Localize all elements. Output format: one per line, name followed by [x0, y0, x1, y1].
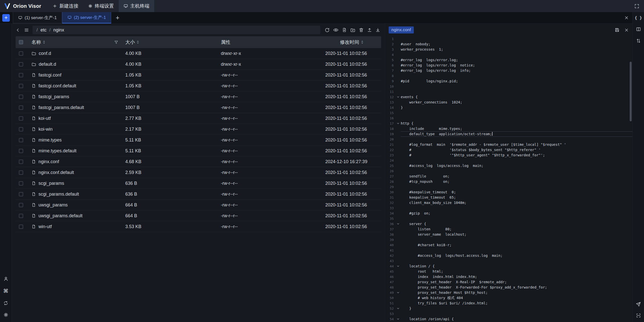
- app-logo[interactable]: Orion Visor: [4, 3, 41, 9]
- code-text[interactable]: default_type application/octet-stream;: [401, 131, 632, 137]
- row-checkbox[interactable]: [19, 170, 23, 175]
- row-checkbox[interactable]: [19, 116, 23, 121]
- file-name[interactable]: scgi_params.default: [38, 192, 79, 197]
- menu-item-terminal-settings[interactable]: 终端设置: [83, 0, 119, 12]
- row-checkbox[interactable]: [19, 214, 23, 218]
- breadcrumb-segment[interactable]: nginx: [53, 27, 64, 33]
- file-name[interactable]: koi-utf: [38, 116, 51, 121]
- back-button[interactable]: [15, 27, 21, 33]
- file-list-button[interactable]: [24, 27, 29, 33]
- code-text[interactable]: [401, 258, 632, 264]
- add-tab-button[interactable]: +: [116, 14, 119, 21]
- file-name[interactable]: nginx.conf: [38, 159, 59, 164]
- code-text[interactable]: proxy_set_header Host $http_host;: [401, 290, 632, 295]
- code-text[interactable]: [401, 248, 632, 253]
- code-text[interactable]: index index.html index.htm;: [401, 274, 632, 279]
- code-text[interactable]: }: [401, 105, 632, 110]
- terminal-tab[interactable]: (2) server-生产-1: [62, 12, 111, 23]
- fold-icon[interactable]: [395, 121, 401, 126]
- sort-control[interactable]: [43, 41, 45, 44]
- file-name[interactable]: scgi_params: [38, 181, 64, 186]
- new-terminal-button[interactable]: +: [2, 14, 10, 22]
- download-button[interactable]: [375, 27, 380, 32]
- filter-button[interactable]: [114, 40, 118, 45]
- row-checkbox[interactable]: [19, 95, 23, 99]
- sync-button[interactable]: [3, 301, 8, 306]
- select-all-checkbox[interactable]: [19, 40, 23, 44]
- code-text[interactable]: # '$status $body_bytes_sent "$http_refer…: [401, 147, 632, 153]
- code-text[interactable]: #error_log logs/error.log;: [401, 57, 632, 63]
- table-row[interactable]: uwsgi_params.default 664 B -rw-r--r-- 20…: [16, 210, 381, 221]
- sort-control[interactable]: [361, 41, 363, 44]
- code-text[interactable]: #gzip on;: [401, 211, 632, 216]
- table-row[interactable]: nginx.conf.default 2.59 KB -rw-r--r-- 20…: [16, 167, 381, 178]
- code-text[interactable]: server {: [401, 221, 632, 227]
- close-editor-button[interactable]: [624, 28, 629, 32]
- code-text[interactable]: #charset koi8-r;: [401, 242, 632, 248]
- code-text[interactable]: http {: [401, 121, 632, 126]
- refresh-button[interactable]: [325, 27, 330, 33]
- row-checkbox[interactable]: [19, 225, 23, 229]
- code-text[interactable]: # '"$http_user_agent" "$http_x_forwarded…: [401, 153, 632, 158]
- fold-icon[interactable]: [395, 94, 401, 100]
- row-checkbox[interactable]: [19, 138, 23, 142]
- row-checkbox[interactable]: [19, 105, 23, 110]
- close-panel-button[interactable]: [624, 15, 629, 20]
- table-row[interactable]: koi-win 2.17 KB -rw-r--r-- 2020-11-01 10…: [16, 124, 381, 135]
- row-checkbox[interactable]: [19, 149, 23, 153]
- code-text[interactable]: location / {: [401, 264, 632, 269]
- editor-scrollbar-thumb[interactable]: [630, 62, 632, 121]
- code-text[interactable]: client_max_body_size 1048m;: [401, 200, 632, 205]
- code-text[interactable]: [401, 36, 632, 42]
- file-name[interactable]: mime.types.default: [38, 148, 76, 154]
- code-text[interactable]: [401, 311, 632, 316]
- new-folder-button[interactable]: [350, 27, 355, 33]
- file-name[interactable]: uwsgi_params: [38, 202, 68, 208]
- table-row[interactable]: default.d 4.00 KB drwxr-xr-x 2020-11-01 …: [16, 59, 381, 70]
- code-text[interactable]: #error_log logs/error.log info;: [401, 68, 632, 73]
- code-text[interactable]: #tcp_nopush on;: [401, 179, 632, 184]
- code-text[interactable]: [401, 205, 632, 211]
- code-text[interactable]: }: [401, 306, 632, 311]
- scan-button[interactable]: [636, 313, 641, 318]
- code-text[interactable]: [401, 184, 632, 190]
- file-name[interactable]: fastcgi_params.default: [38, 105, 84, 110]
- file-name[interactable]: nginx.conf.default: [38, 170, 74, 175]
- breadcrumb[interactable]: /etc/nginx: [32, 26, 320, 34]
- layout-button[interactable]: [636, 27, 641, 32]
- column-header-attr[interactable]: 属性: [218, 39, 322, 46]
- code-text[interactable]: keepalive_timeout 65;: [401, 195, 632, 200]
- row-checkbox[interactable]: [19, 84, 23, 88]
- code-text[interactable]: events {: [401, 94, 632, 100]
- code-text[interactable]: server_name localhost;: [401, 232, 632, 237]
- code-text[interactable]: [401, 237, 632, 242]
- code-text[interactable]: #access_log logs/access.log main;: [401, 163, 632, 168]
- table-row[interactable]: mime.types 5.11 KB -rw-r--r-- 2020-11-01…: [16, 135, 381, 146]
- table-row[interactable]: fastcgi.conf.default 1.05 KB -rw-r--r-- …: [16, 81, 381, 91]
- row-checkbox[interactable]: [19, 73, 23, 77]
- code-text[interactable]: [401, 216, 632, 221]
- column-header-name[interactable]: 名称: [29, 39, 122, 46]
- code-text[interactable]: worker_connections 1024;: [401, 100, 632, 105]
- file-name[interactable]: mime.types: [38, 137, 62, 143]
- code-text[interactable]: [401, 84, 632, 89]
- shortcut-keys-button[interactable]: ⌘: [3, 288, 8, 294]
- code-text[interactable]: #error_log logs/error.log notice;: [401, 63, 632, 68]
- code-text[interactable]: [401, 89, 632, 94]
- table-row[interactable]: uwsgi_params 664 B -rw-r--r-- 2020-11-01…: [16, 200, 381, 210]
- menu-item-host-terminal[interactable]: 主机终端: [119, 0, 154, 12]
- code-text[interactable]: location /orion/api {: [401, 316, 632, 322]
- code-text[interactable]: root html;: [401, 269, 632, 274]
- code-text[interactable]: worker_processes 1;: [401, 47, 632, 52]
- send-command-button[interactable]: [636, 302, 641, 307]
- code-text[interactable]: #keepalive_timeout 0;: [401, 190, 632, 195]
- row-checkbox[interactable]: [19, 181, 23, 186]
- fold-icon[interactable]: [395, 221, 401, 227]
- table-row[interactable]: fastcgi_params 1007 B -rw-r--r-- 2020-11…: [16, 91, 381, 102]
- code-text[interactable]: #log_format main '$remote_addr - $remote…: [401, 142, 632, 147]
- file-name[interactable]: conf.d: [39, 51, 51, 56]
- delete-button[interactable]: [359, 27, 364, 32]
- code-text[interactable]: #access_log logs/host.access.log main;: [401, 253, 632, 258]
- code-text[interactable]: include mime.types;: [401, 126, 632, 131]
- code-text[interactable]: [401, 168, 632, 174]
